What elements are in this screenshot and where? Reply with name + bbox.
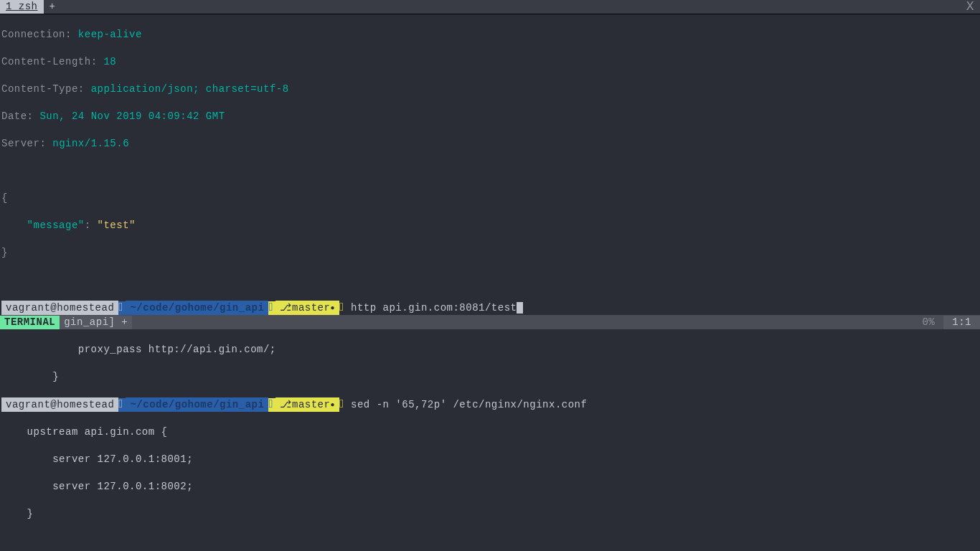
pane-nginx-conf[interactable]: upstream api.gin.com { server 127.0.0.1:…: [0, 412, 980, 551]
hdr-ctype-val: application/json; charset=utf-8: [91, 83, 289, 95]
pane-nginx-preview[interactable]: proxy_pass http://api.gin.com/; }: [0, 329, 980, 397]
hdr-date-val: Sun, 24 Nov 2019 04:09:42 GMT: [39, 110, 225, 122]
powerline-arrow-icon: : [268, 398, 275, 412]
upstream-server2: server 127.0.0.1:8002;: [1, 481, 193, 492]
git-branch-icon: ⎇: [280, 398, 292, 412]
vim-status-bar-1: TERMINAL gin_api] + 0% 1:1: [0, 315, 980, 329]
hdr-server-val: nginx/1.15.6: [52, 138, 129, 149]
tab-zsh[interactable]: 1 zsh: [0, 0, 44, 14]
vim-mode: TERMINAL: [0, 316, 60, 329]
prompt-line-2[interactable]: vagrant@homestead  ~/code/gohome/gin_ap…: [0, 397, 980, 412]
prompt-branch: ⎇ master ●: [275, 301, 339, 315]
tmux-tab-bar: 1 zsh + X: [0, 0, 980, 14]
cursor: [517, 302, 523, 314]
json-key: "message": [1, 220, 85, 231]
prompt-command: sed -n '65,72p' /etc/nginx/nginx.conf: [347, 398, 587, 412]
prompt-branch: ⎇ master ●: [275, 397, 339, 412]
hdr-clen-val: 18: [103, 56, 116, 67]
vim-buffer-name: gin_api] +: [60, 316, 132, 329]
git-branch-icon: ⎇: [280, 301, 292, 315]
json-close: }: [1, 247, 8, 258]
hdr-clen-key: Content-Length: [1, 56, 91, 67]
vim-lineno: 1:1: [943, 316, 980, 329]
prompt-path: ~/code/gohome/gin_api: [126, 397, 268, 412]
powerline-arrow-icon: : [339, 398, 347, 412]
dirty-dot-icon: ●: [330, 398, 335, 412]
upstream-open: upstream api.gin.com {: [1, 426, 167, 438]
json-val: "test": [98, 220, 136, 231]
powerline-arrow-icon: : [339, 301, 347, 315]
pane-http-response[interactable]: Connection: keep-alive Content-Length: 1…: [0, 14, 980, 301]
upstream-server1: server 127.0.0.1:8001;: [1, 453, 193, 465]
json-open: {: [1, 192, 8, 204]
vim-percent: 0%: [913, 316, 943, 329]
powerline-arrow-icon: : [268, 301, 275, 315]
hdr-ctype-key: Content-Type: [1, 83, 78, 95]
powerline-arrow-icon: : [118, 301, 126, 315]
hdr-connection-val: keep-alive: [78, 29, 142, 40]
close-icon[interactable]: X: [963, 0, 978, 14]
tab-new-button[interactable]: +: [44, 0, 62, 14]
hdr-server-key: Server: [1, 138, 39, 149]
prompt-user: vagrant@homestead: [1, 397, 118, 412]
prompt-path: ~/code/gohome/gin_api: [126, 301, 268, 315]
powerline-arrow-icon: : [118, 398, 126, 412]
dirty-dot-icon: ●: [330, 301, 335, 315]
hdr-date-key: Date: [1, 110, 27, 122]
prompt-command: http api.gin.com:8081/test: [347, 301, 517, 315]
nginx-proxy-pass: proxy_pass http://api.gin.com/;: [1, 344, 276, 355]
hdr-connection-key: Connection: [1, 29, 65, 40]
prompt-line-1[interactable]: vagrant@homestead  ~/code/gohome/gin_ap…: [0, 301, 980, 315]
prompt-user: vagrant@homestead: [1, 301, 118, 315]
